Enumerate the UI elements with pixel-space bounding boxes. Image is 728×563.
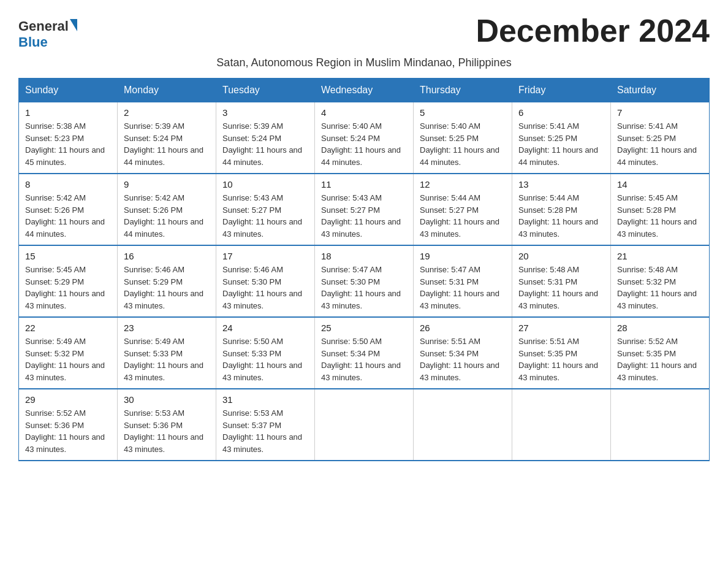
calendar-cell: 17Sunrise: 5:46 AMSunset: 5:30 PMDayligh… bbox=[216, 245, 315, 317]
day-info: Sunrise: 5:48 AMSunset: 5:32 PMDaylight:… bbox=[617, 264, 703, 312]
day-info: Sunrise: 5:53 AMSunset: 5:36 PMDaylight:… bbox=[124, 407, 210, 455]
day-number: 25 bbox=[321, 323, 407, 333]
logo: General Blue bbox=[18, 18, 77, 50]
header: General Blue December 2024 bbox=[18, 12, 710, 50]
calendar-cell: 13Sunrise: 5:44 AMSunset: 5:28 PMDayligh… bbox=[512, 174, 611, 245]
calendar-cell: 2Sunrise: 5:39 AMSunset: 5:24 PMDaylight… bbox=[118, 102, 216, 174]
calendar-cell: 24Sunrise: 5:50 AMSunset: 5:33 PMDayligh… bbox=[216, 317, 315, 389]
calendar-week-row: 1Sunrise: 5:38 AMSunset: 5:23 PMDaylight… bbox=[19, 102, 710, 174]
calendar-cell: 25Sunrise: 5:50 AMSunset: 5:34 PMDayligh… bbox=[315, 317, 414, 389]
day-info: Sunrise: 5:43 AMSunset: 5:27 PMDaylight:… bbox=[222, 192, 308, 240]
day-number: 2 bbox=[124, 107, 210, 118]
header-saturday: Saturday bbox=[611, 79, 710, 102]
day-info: Sunrise: 5:44 AMSunset: 5:28 PMDaylight:… bbox=[518, 192, 604, 240]
calendar-cell: 12Sunrise: 5:44 AMSunset: 5:27 PMDayligh… bbox=[414, 174, 512, 245]
day-number: 4 bbox=[321, 107, 407, 118]
calendar-cell: 23Sunrise: 5:49 AMSunset: 5:33 PMDayligh… bbox=[118, 317, 216, 389]
day-info: Sunrise: 5:39 AMSunset: 5:24 PMDaylight:… bbox=[124, 120, 210, 168]
day-info: Sunrise: 5:51 AMSunset: 5:35 PMDaylight:… bbox=[518, 335, 604, 383]
subtitle: Satan, Autonomous Region in Muslim Minda… bbox=[18, 56, 710, 69]
day-number: 24 bbox=[222, 323, 308, 333]
day-info: Sunrise: 5:48 AMSunset: 5:31 PMDaylight:… bbox=[518, 264, 604, 312]
day-info: Sunrise: 5:52 AMSunset: 5:36 PMDaylight:… bbox=[25, 407, 111, 455]
day-info: Sunrise: 5:40 AMSunset: 5:25 PMDaylight:… bbox=[420, 120, 506, 168]
day-number: 30 bbox=[124, 394, 210, 405]
calendar-cell: 19Sunrise: 5:47 AMSunset: 5:31 PMDayligh… bbox=[414, 245, 512, 317]
day-info: Sunrise: 5:42 AMSunset: 5:26 PMDaylight:… bbox=[124, 192, 210, 240]
calendar-table: SundayMondayTuesdayWednesdayThursdayFrid… bbox=[18, 78, 710, 461]
calendar-cell: 28Sunrise: 5:52 AMSunset: 5:35 PMDayligh… bbox=[611, 317, 710, 389]
page-title: December 2024 bbox=[476, 12, 710, 49]
day-info: Sunrise: 5:46 AMSunset: 5:29 PMDaylight:… bbox=[124, 264, 210, 312]
day-info: Sunrise: 5:45 AMSunset: 5:28 PMDaylight:… bbox=[617, 192, 703, 240]
calendar-cell: 16Sunrise: 5:46 AMSunset: 5:29 PMDayligh… bbox=[118, 245, 216, 317]
calendar-header-row: SundayMondayTuesdayWednesdayThursdayFrid… bbox=[19, 79, 710, 102]
day-number: 21 bbox=[617, 251, 703, 261]
header-monday: Monday bbox=[118, 79, 216, 102]
day-info: Sunrise: 5:50 AMSunset: 5:33 PMDaylight:… bbox=[222, 335, 308, 383]
logo-triangle-icon bbox=[70, 19, 77, 31]
day-number: 9 bbox=[124, 179, 210, 190]
day-info: Sunrise: 5:44 AMSunset: 5:27 PMDaylight:… bbox=[420, 192, 506, 240]
calendar-cell: 29Sunrise: 5:52 AMSunset: 5:36 PMDayligh… bbox=[19, 389, 118, 461]
calendar-cell: 3Sunrise: 5:39 AMSunset: 5:24 PMDaylight… bbox=[216, 102, 315, 174]
day-info: Sunrise: 5:49 AMSunset: 5:33 PMDaylight:… bbox=[124, 335, 210, 383]
day-number: 17 bbox=[222, 251, 308, 261]
calendar-cell: 15Sunrise: 5:45 AMSunset: 5:29 PMDayligh… bbox=[19, 245, 118, 317]
day-number: 10 bbox=[222, 179, 308, 190]
day-info: Sunrise: 5:47 AMSunset: 5:30 PMDaylight:… bbox=[321, 264, 407, 312]
day-info: Sunrise: 5:38 AMSunset: 5:23 PMDaylight:… bbox=[25, 120, 111, 168]
day-number: 14 bbox=[617, 179, 703, 190]
day-number: 20 bbox=[518, 251, 604, 261]
day-info: Sunrise: 5:50 AMSunset: 5:34 PMDaylight:… bbox=[321, 335, 407, 383]
day-number: 1 bbox=[25, 107, 111, 118]
calendar-cell bbox=[315, 389, 414, 461]
day-number: 3 bbox=[222, 107, 308, 118]
day-info: Sunrise: 5:51 AMSunset: 5:34 PMDaylight:… bbox=[420, 335, 506, 383]
day-info: Sunrise: 5:52 AMSunset: 5:35 PMDaylight:… bbox=[617, 335, 703, 383]
day-number: 22 bbox=[25, 323, 111, 333]
day-info: Sunrise: 5:41 AMSunset: 5:25 PMDaylight:… bbox=[518, 120, 604, 168]
day-number: 23 bbox=[124, 323, 210, 333]
calendar-cell: 26Sunrise: 5:51 AMSunset: 5:34 PMDayligh… bbox=[414, 317, 512, 389]
calendar-cell: 4Sunrise: 5:40 AMSunset: 5:24 PMDaylight… bbox=[315, 102, 414, 174]
calendar-cell: 30Sunrise: 5:53 AMSunset: 5:36 PMDayligh… bbox=[118, 389, 216, 461]
day-number: 16 bbox=[124, 251, 210, 261]
calendar-cell: 1Sunrise: 5:38 AMSunset: 5:23 PMDaylight… bbox=[19, 102, 118, 174]
header-tuesday: Tuesday bbox=[216, 79, 315, 102]
logo-blue: Blue bbox=[18, 34, 48, 50]
calendar-cell: 10Sunrise: 5:43 AMSunset: 5:27 PMDayligh… bbox=[216, 174, 315, 245]
calendar-cell: 8Sunrise: 5:42 AMSunset: 5:26 PMDaylight… bbox=[19, 174, 118, 245]
day-info: Sunrise: 5:49 AMSunset: 5:32 PMDaylight:… bbox=[25, 335, 111, 383]
calendar-cell bbox=[512, 389, 611, 461]
calendar-week-row: 22Sunrise: 5:49 AMSunset: 5:32 PMDayligh… bbox=[19, 317, 710, 389]
day-info: Sunrise: 5:42 AMSunset: 5:26 PMDaylight:… bbox=[25, 192, 111, 240]
day-number: 7 bbox=[617, 107, 703, 118]
calendar-cell bbox=[414, 389, 512, 461]
day-number: 13 bbox=[518, 179, 604, 190]
header-sunday: Sunday bbox=[19, 79, 118, 102]
calendar-cell: 7Sunrise: 5:41 AMSunset: 5:25 PMDaylight… bbox=[611, 102, 710, 174]
calendar-cell: 5Sunrise: 5:40 AMSunset: 5:25 PMDaylight… bbox=[414, 102, 512, 174]
day-number: 28 bbox=[617, 323, 703, 333]
day-number: 26 bbox=[420, 323, 506, 333]
day-number: 27 bbox=[518, 323, 604, 333]
calendar-cell: 11Sunrise: 5:43 AMSunset: 5:27 PMDayligh… bbox=[315, 174, 414, 245]
header-thursday: Thursday bbox=[414, 79, 512, 102]
header-wednesday: Wednesday bbox=[315, 79, 414, 102]
day-number: 18 bbox=[321, 251, 407, 261]
day-number: 6 bbox=[518, 107, 604, 118]
calendar-cell: 21Sunrise: 5:48 AMSunset: 5:32 PMDayligh… bbox=[611, 245, 710, 317]
day-info: Sunrise: 5:45 AMSunset: 5:29 PMDaylight:… bbox=[25, 264, 111, 312]
calendar-cell: 20Sunrise: 5:48 AMSunset: 5:31 PMDayligh… bbox=[512, 245, 611, 317]
day-info: Sunrise: 5:39 AMSunset: 5:24 PMDaylight:… bbox=[222, 120, 308, 168]
calendar-cell: 9Sunrise: 5:42 AMSunset: 5:26 PMDaylight… bbox=[118, 174, 216, 245]
header-friday: Friday bbox=[512, 79, 611, 102]
calendar-cell: 27Sunrise: 5:51 AMSunset: 5:35 PMDayligh… bbox=[512, 317, 611, 389]
day-info: Sunrise: 5:46 AMSunset: 5:30 PMDaylight:… bbox=[222, 264, 308, 312]
day-info: Sunrise: 5:53 AMSunset: 5:37 PMDaylight:… bbox=[222, 407, 308, 455]
calendar-week-row: 8Sunrise: 5:42 AMSunset: 5:26 PMDaylight… bbox=[19, 174, 710, 245]
day-info: Sunrise: 5:47 AMSunset: 5:31 PMDaylight:… bbox=[420, 264, 506, 312]
day-info: Sunrise: 5:41 AMSunset: 5:25 PMDaylight:… bbox=[617, 120, 703, 168]
calendar-week-row: 15Sunrise: 5:45 AMSunset: 5:29 PMDayligh… bbox=[19, 245, 710, 317]
